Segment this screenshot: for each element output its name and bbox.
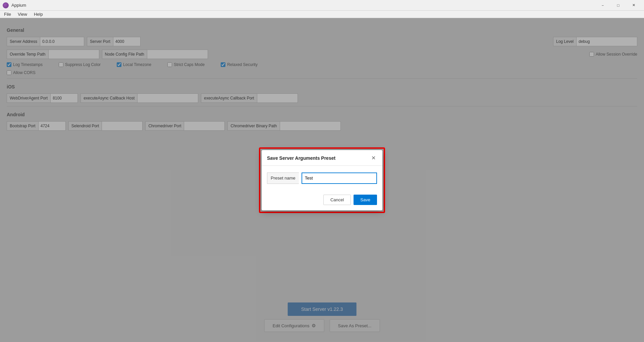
- cancel-button[interactable]: Cancel: [323, 195, 351, 205]
- title-bar-controls: − □ ✕: [595, 0, 641, 11]
- dialog-title: Save Server Arguments Preset: [267, 155, 335, 161]
- preset-name-input[interactable]: [302, 173, 377, 184]
- close-button[interactable]: ✕: [626, 0, 641, 11]
- minimize-button[interactable]: −: [595, 0, 610, 11]
- dialog-footer: Cancel Save: [262, 191, 382, 210]
- preset-name-row: Preset name: [267, 173, 377, 184]
- app-icon: [3, 2, 9, 8]
- title-bar-left: Appium: [3, 2, 26, 8]
- menu-view[interactable]: View: [15, 11, 30, 17]
- main-content: General Server Address Server Port Log L…: [0, 18, 644, 342]
- dialog-container: Save Server Arguments Preset ✕ Preset na…: [259, 147, 385, 213]
- preset-name-label: Preset name: [267, 173, 299, 184]
- maximize-button[interactable]: □: [610, 0, 626, 11]
- app-title: Appium: [11, 3, 26, 8]
- menu-help[interactable]: Help: [31, 11, 46, 17]
- title-bar: Appium − □ ✕: [0, 0, 644, 11]
- dialog-body: Preset name: [262, 166, 382, 191]
- dialog-box: Save Server Arguments Preset ✕ Preset na…: [262, 150, 382, 210]
- dialog-close-button[interactable]: ✕: [370, 155, 377, 161]
- dialog-header: Save Server Arguments Preset ✕: [262, 150, 382, 166]
- menu-bar: File View Help: [0, 11, 644, 18]
- save-button[interactable]: Save: [354, 195, 377, 205]
- modal-overlay: Save Server Arguments Preset ✕ Preset na…: [0, 18, 644, 342]
- dialog-red-border: Save Server Arguments Preset ✕ Preset na…: [259, 147, 385, 213]
- menu-file[interactable]: File: [1, 11, 14, 17]
